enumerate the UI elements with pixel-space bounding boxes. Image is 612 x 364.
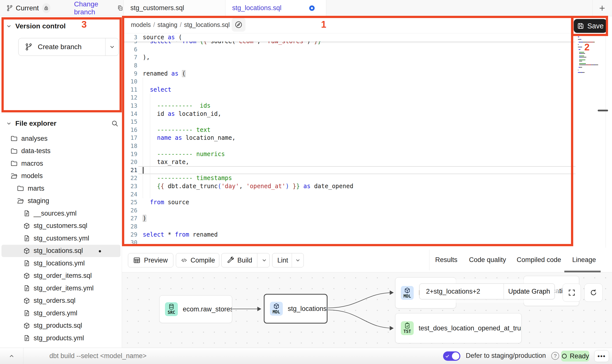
code-line-18[interactable]: 18 [122,142,575,150]
lineage-node-ecom.raw_stores[interactable]: SRCecom.raw_stores [159,295,232,323]
code-line-10[interactable]: 10 [122,78,575,86]
panel-resize-handle[interactable] [598,110,608,111]
tab-compiled-code[interactable]: Compiled code [517,248,561,272]
file-item-models[interactable]: models [1,170,121,182]
refresh-button[interactable] [584,283,603,302]
code-line-19[interactable]: 19 ---------- numerics [122,150,575,158]
code-line-16[interactable]: 16 ---------- text [122,126,575,134]
code-line-26[interactable]: 26 [122,206,575,214]
code-line-11[interactable]: 11 select [122,86,575,94]
change-branch-link[interactable]: Change branch [74,0,113,16]
file-item-data-tests[interactable]: data-tests [1,145,121,158]
tab-code-quality[interactable]: Code quality [469,248,506,272]
defer-toggle[interactable] [443,351,460,361]
compass-icon [234,20,243,29]
file-label: analyses [21,135,48,142]
breadcrumb-path: models/staging/stg_locations.sql [131,21,230,28]
file-item-stg_customers.sql[interactable]: stg_customers.sql [1,220,121,232]
file-item-stg_products.yml[interactable]: stg_products.yml [1,332,121,344]
file-item-marts[interactable]: marts [1,182,121,195]
code-minimap[interactable] [578,37,604,75]
code-line-24[interactable]: 24 [122,190,575,198]
code-line-13[interactable]: 13 ---------- ids [122,102,575,110]
file-item-stg_orders.sql[interactable]: stg_orders.sql [1,295,121,307]
code-line-9[interactable]: 9renamed as ( [122,69,575,78]
code-line-21[interactable]: 21 [122,166,575,174]
file-item-analyses[interactable]: analyses [1,132,121,145]
yaml-file-icon [23,335,30,342]
save-button[interactable]: Save [574,19,607,33]
file-item-stg_locations.sql[interactable]: stg_locations.sql [1,245,121,257]
code-line-8[interactable]: 8 [122,61,575,70]
file-label: models [21,172,43,180]
create-branch-button[interactable]: Create branch [18,38,119,56]
code-line-15[interactable]: 15 [122,118,575,126]
lineage-node-test_does_location_opened_at_trunc_t...[interactable]: TSTtest_does_location_opened_at_trunc_t.… [395,313,522,343]
command-input[interactable] [23,348,394,364]
tab-results[interactable]: Results [435,248,457,272]
wrench-icon [226,257,234,264]
fullscreen-button[interactable] [563,283,581,302]
code-lines: 5 select * from {{ source('ecom', 'raw_s… [122,37,575,246]
tab-lineage[interactable]: Lineage [572,248,596,272]
tab-stg-locations[interactable]: stg_locations.sql [225,0,326,16]
code-line-30[interactable]: 30 [122,239,575,246]
code-line-23[interactable]: 23 {{ dbt.date_trunc('day', 'opened_at')… [122,182,575,190]
file-item-stg_order_items.yml[interactable]: stg_order_items.yml [1,282,121,295]
breadcrumb: models/staging/stg_locations.sql [122,16,575,33]
file-explorer-header[interactable]: File explorer [0,118,122,129]
new-tab-button[interactable] [592,0,612,16]
preview-button[interactable]: Preview [128,253,173,267]
lint-main[interactable]: Lint [272,253,292,267]
help-icon[interactable]: ? [551,352,559,360]
more-options-button[interactable]: ••• [594,350,609,362]
lineage-node-stg_locations[interactable]: MDLstg_locations [264,294,327,324]
node-badge: TST [401,321,414,335]
code-line-29[interactable]: 29select * from renamed [122,230,575,239]
ready-status-badge[interactable]: Ready [561,351,589,362]
lint-button[interactable]: Lint [272,253,304,267]
lineage-graph[interactable]: SRCecom.raw_storesMDLstg_locationsMDLloc… [122,272,612,348]
file-item-stg_order_items.sql[interactable]: stg_order_items.sql [1,270,121,282]
build-button[interactable]: Build [221,253,270,267]
file-item-stg_customers.yml[interactable]: stg_customers.yml [1,232,121,245]
file-item-stg_orders.yml[interactable]: stg_orders.yml [1,307,121,320]
code-line-14[interactable]: 14 id as location_id, [122,110,575,118]
code-area[interactable]: 5 select * from {{ source('ecom', 'raw_s… [122,33,575,246]
search-icon[interactable] [111,120,119,127]
lineage-selector-input[interactable] [420,284,504,299]
code-line-6[interactable]: 6 [122,45,575,54]
lint-dropdown[interactable] [292,253,304,267]
code-line-17[interactable]: 17 name as location_name, [122,134,575,142]
compile-button[interactable]: Compile [176,253,219,267]
ready-label: Ready [570,352,589,360]
code-editor[interactable]: models/staging/stg_locations.sql 5 selec… [122,16,575,246]
file-item-staging[interactable]: staging [1,195,121,207]
file-item-stg_products.sql[interactable]: stg_products.sql [1,320,121,332]
lock-icon [44,6,49,11]
code-line-22[interactable]: 22 ---------- timestamps [122,174,575,182]
code-line-7[interactable]: 7), [122,53,575,61]
build-dropdown[interactable] [257,253,271,267]
tab-stg-customers[interactable]: stg_customers.sql [123,0,225,16]
create-branch-main[interactable]: Create branch [19,38,105,56]
expand-command-bar-button[interactable] [0,348,23,364]
chevron-down-icon [6,23,12,29]
build-main[interactable]: Build [222,253,257,267]
file-item-stg_locations.yml[interactable]: stg_locations.yml [1,257,121,270]
code-line-12[interactable]: 12 [122,94,575,102]
file-item-macros[interactable]: macros [1,157,121,170]
create-branch-dropdown[interactable] [105,38,119,56]
copilot-inline-button[interactable] [232,18,245,32]
copy-icon[interactable] [117,4,123,12]
code-line-28[interactable]: 28 [122,222,575,231]
code-line-27[interactable]: 27) [122,214,575,222]
file-label: data-tests [21,147,51,155]
update-graph-button[interactable]: Update Graph [504,284,554,299]
line-number: 15 [122,119,137,125]
version-control-header[interactable]: Version control [0,21,122,32]
file-item-__sources.yml[interactable]: __sources.yml [1,207,121,220]
code-line-20[interactable]: 20 tax_rate, [122,158,575,166]
file-label: stg_orders.sql [34,297,76,304]
code-line-25[interactable]: 25 from source [122,198,575,206]
